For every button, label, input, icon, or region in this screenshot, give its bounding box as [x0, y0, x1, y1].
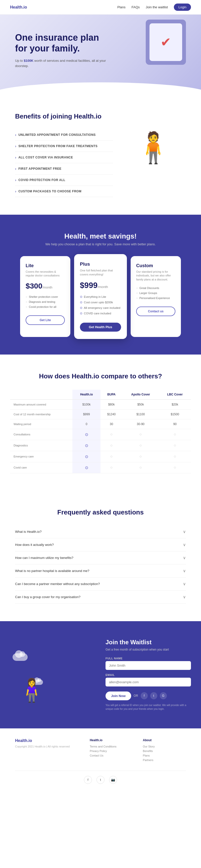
feature-0-1: ○ Diagnosis and testing: [26, 299, 65, 304]
dot-icon: ○: [139, 454, 142, 459]
footer-link-0-1[interactable]: Privacy Policy: [90, 749, 133, 752]
login-button[interactable]: Login: [174, 3, 191, 11]
footer: Health.io Copyright 2021 Health.io | All…: [0, 728, 201, 794]
card-features-1: ⊙ Everything in Lite ⊙ Cost cover upto $…: [80, 294, 121, 316]
waitlist-section: 🧍‍♀️ Join the Waitlist Get a free month …: [0, 621, 201, 728]
benefit-item-1: › Shelter protection from fake treatment…: [15, 141, 113, 152]
feature-text-0-2: Covid protection for all: [29, 305, 56, 308]
benefit-item-0: › Unlimited appointment for consultation…: [15, 129, 113, 141]
hero-illustration: ✔: [146, 20, 186, 65]
faq-item-3[interactable]: What is no partner hospital is available…: [15, 564, 186, 578]
compare-row-label-0: Maximum amount covered: [10, 400, 73, 409]
clipboard-check: ✔: [149, 23, 182, 61]
compare-cell-0-3: $20k: [159, 400, 191, 409]
compare-cell-2-2: 30-90: [122, 419, 159, 429]
footer-col-1: AboutOur StoryBenefitsPlansPartners: [143, 739, 186, 763]
feature-text-2-2: Personalised Experience: [139, 297, 170, 300]
cloud-1: [12, 653, 28, 661]
gplus-login-icon[interactable]: G: [160, 692, 167, 699]
footer-instagram-icon[interactable]: 📷: [109, 776, 117, 784]
nav-link-faqs[interactable]: FAQs: [132, 5, 140, 9]
compare-cell-5-1: ○: [100, 451, 122, 462]
feature-check-2-2: ○: [136, 297, 138, 300]
footer-col-0: Health.ioTerms and ConditionsPrivacy Pol…: [90, 739, 133, 763]
compare-row-label-6: Covid care: [10, 462, 73, 473]
card-name-1: Plus: [80, 261, 121, 267]
benefits-title: Benefits of joining Health.io: [15, 113, 113, 120]
benefit-label-3: First appointment free: [18, 167, 61, 170]
compare-cell-4-0: ⊙: [73, 440, 100, 451]
compare-table: Health.ioBUPAApollo CoverLBC Cover Maxim…: [10, 390, 191, 473]
waitlist-figure: 🧍‍♀️: [18, 677, 46, 704]
faq-chevron-2: ∨: [183, 555, 186, 560]
benefit-label-5: Custom packages to choose from: [18, 190, 81, 193]
footer-link-1-2[interactable]: Plans: [143, 754, 186, 757]
waitlist-subtitle: Get a free month of subscription when yo…: [106, 648, 191, 651]
faq-chevron-0: ∨: [183, 529, 186, 534]
dot-icon: ○: [139, 432, 142, 436]
card-desc-2: Our standard pricing is for individuals,…: [136, 270, 175, 281]
compare-row-3: Consultations⊙○○○: [10, 429, 191, 440]
benefits-figure: 🧍: [135, 130, 172, 165]
nav-links: Plans FAQs Join the waitlist Login: [117, 3, 191, 11]
benefit-arrow-2: ›: [15, 155, 16, 159]
feature-1-2: ⊙ All emergency care included: [80, 305, 121, 311]
compare-row-1: Cost of 12 month membership$999$1240$110…: [10, 409, 191, 419]
feature-check-1-1: ⊙: [80, 301, 82, 304]
compare-cell-4-2: ○: [122, 440, 159, 451]
feature-check-0-1: ○: [26, 300, 27, 303]
faq-item-5[interactable]: Can I buy a group cover for my organisat…: [15, 591, 186, 603]
dot-icon: ○: [174, 443, 176, 447]
benefits-section: Benefits of joining Health.io › Unlimite…: [0, 95, 201, 215]
benefits-layout: Benefits of joining Health.io › Unlimite…: [15, 113, 186, 197]
dot-icon: ○: [139, 443, 142, 447]
compare-cell-4-1: ○: [100, 440, 122, 451]
feature-2-1: ○ Larger Groups: [136, 290, 175, 296]
feature-2-2: ○ Personalised Experience: [136, 296, 175, 301]
nav-link-waitlist[interactable]: Join the waitlist: [146, 5, 168, 9]
footer-twitter-icon[interactable]: t: [96, 776, 105, 784]
nav-link-plans[interactable]: Plans: [117, 5, 125, 9]
footer-facebook-icon[interactable]: f: [84, 776, 92, 784]
compare-cell-2-1: 30: [100, 419, 122, 429]
card-desc-1: One full fletched plan that covers every…: [80, 269, 121, 277]
compare-cell-0-1: $80k: [100, 400, 122, 409]
compare-cell-6-1: ○: [100, 462, 122, 473]
feature-check-2-1: ○: [136, 291, 138, 294]
card-cta-2[interactable]: Contact us: [136, 307, 175, 316]
faq-chevron-4: ∨: [183, 582, 186, 586]
compare-cell-5-0: ⊙: [73, 451, 100, 462]
faq-chevron-1: ∨: [183, 542, 186, 547]
footer-link-1-0[interactable]: Our Story: [143, 745, 186, 748]
compare-cell-3-3: ○: [159, 429, 191, 440]
name-input[interactable]: [106, 661, 191, 670]
feature-text-1-0: Everything in Lite: [84, 295, 106, 299]
faq-item-0[interactable]: What is Health.io? ∨: [15, 525, 186, 538]
feature-1-0: ⊙ Everything in Lite: [80, 294, 121, 300]
footer-link-1-1[interactable]: Benefits: [143, 749, 186, 752]
card-cta-0[interactable]: Get Lite: [26, 315, 65, 325]
feature-1-3: ⊙ COVID care included: [80, 311, 121, 316]
compare-cell-6-0: ⊙: [73, 462, 100, 473]
faq-item-2[interactable]: How can I maximum utilize my benefits? ∨: [15, 551, 186, 564]
footer-link-0-0[interactable]: Terms and Conditions: [90, 745, 133, 748]
card-name-0: Lite: [26, 263, 65, 269]
benefit-arrow-5: ›: [15, 189, 16, 193]
compare-row-label-5: Emergency care: [10, 451, 73, 462]
faq-item-1[interactable]: How does it actually work? ∨: [15, 538, 186, 551]
footer-link-0-2[interactable]: Contact Us: [90, 754, 133, 757]
card-cta-1[interactable]: Get Health Plus: [80, 323, 121, 332]
benefit-label-1: Shelter protection from fake treatments: [18, 144, 97, 148]
feature-1-1: ⊙ Cost cover upto $200k: [80, 300, 121, 305]
hero-section: One insurance plan for your family. Up t…: [0, 14, 201, 95]
form-divider: OR: [134, 694, 138, 698]
feature-check-1-2: ⊙: [80, 306, 82, 310]
facebook-login-icon[interactable]: f: [141, 692, 148, 699]
email-input[interactable]: [106, 678, 191, 686]
waitlist-note: You will get a referral ID when you join…: [106, 703, 191, 711]
compare-col-1: Health.io: [73, 390, 100, 400]
twitter-login-icon[interactable]: t: [150, 692, 157, 699]
footer-link-1-3[interactable]: Partners: [143, 758, 186, 762]
join-now-button[interactable]: Join Now: [106, 691, 131, 700]
faq-item-4[interactable]: Can I become a partner member without an…: [15, 578, 186, 591]
